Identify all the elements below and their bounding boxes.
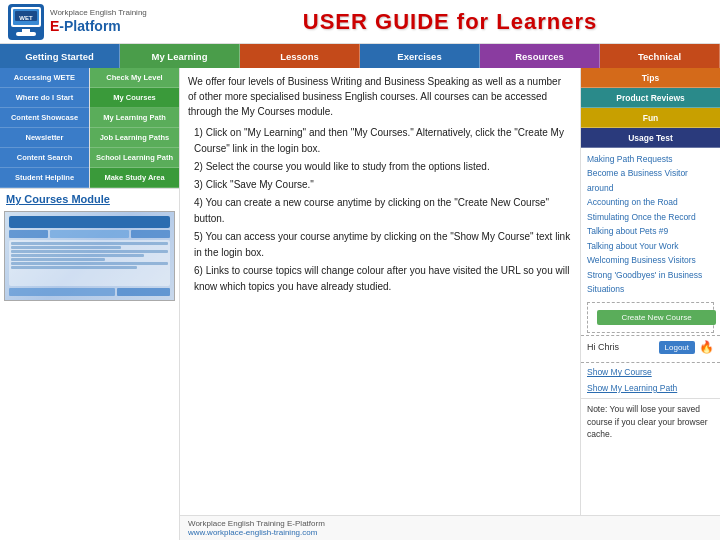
dd-make-study[interactable]: Make Study Area bbox=[90, 168, 179, 188]
nav-lessons[interactable]: Lessons bbox=[240, 44, 360, 68]
step-1: 1) Click on "My Learning" and then "My C… bbox=[192, 125, 572, 157]
nav-technical[interactable]: Technical bbox=[600, 44, 720, 68]
content-area: We offer four levels of Business Writing… bbox=[180, 68, 720, 515]
page-title: USER GUIDE for Learners bbox=[188, 9, 712, 35]
my-learning-col: Check My Level My Courses My Learning Pa… bbox=[90, 68, 179, 188]
footer-line1: Workplace English Training E-Platform bbox=[188, 519, 325, 528]
ss-line-1 bbox=[11, 242, 168, 245]
sidebar-article-links: Making Path Requests Become a Business V… bbox=[581, 148, 720, 300]
header: WET Workplace English Training E-Platfor… bbox=[0, 0, 720, 44]
dd-check-level[interactable]: Check My Level bbox=[90, 68, 179, 88]
logo-bottom-text: E-Platform bbox=[50, 18, 147, 35]
step-5-text: You can access your course anytime by cl… bbox=[194, 231, 570, 258]
left-panel: Accessing WETE Where do I Start Content … bbox=[0, 68, 180, 540]
screenshot-content bbox=[5, 212, 174, 300]
svg-rect-5 bbox=[22, 29, 30, 32]
link-making-path[interactable]: Making Path Requests bbox=[587, 152, 714, 166]
logo-top-text: Workplace English Training bbox=[50, 8, 147, 18]
ss-col-2 bbox=[50, 230, 129, 238]
show-learning-path-link[interactable]: Show My Learning Path bbox=[587, 381, 714, 396]
step-3-num: 3) bbox=[194, 179, 206, 190]
sidebar-fun[interactable]: Fun bbox=[581, 108, 720, 128]
ss-line-6 bbox=[11, 262, 168, 265]
link-stimulating[interactable]: Stimulating Once the Record bbox=[587, 210, 714, 224]
hi-chris-label: Hi Chris bbox=[587, 342, 619, 352]
right-sidebar: Tips Product Reviews Fun Usage Test Maki… bbox=[580, 68, 720, 515]
svg-rect-6 bbox=[16, 32, 36, 36]
module-title[interactable]: My Courses Module bbox=[0, 189, 179, 207]
link-talking-pets[interactable]: Talking about Pets #9 bbox=[587, 224, 714, 238]
step-6: 6) Links to course topics will change co… bbox=[192, 263, 572, 295]
sidebar-action-links: Show My Course Show My Learning Path bbox=[581, 362, 720, 398]
create-new-course-button[interactable]: Create New Course bbox=[597, 310, 716, 325]
footer: Workplace English Training E-Platform ww… bbox=[180, 515, 720, 540]
step-2-text: Select the course you would like to stud… bbox=[206, 161, 490, 172]
create-course-container: Create New Course bbox=[587, 302, 714, 333]
dd-job-learning[interactable]: Job Learning Paths bbox=[90, 128, 179, 148]
ss-col-4 bbox=[9, 288, 115, 296]
dd-my-courses[interactable]: My Courses bbox=[90, 88, 179, 108]
step-1-num: 1) bbox=[194, 127, 206, 138]
step-5-num: 5) bbox=[194, 231, 206, 242]
getting-started-col: Accessing WETE Where do I Start Content … bbox=[0, 68, 90, 188]
hi-chris-row: Hi Chris Logout 🔥 bbox=[587, 340, 714, 354]
dd-content-showcase[interactable]: Content Showcase bbox=[0, 108, 89, 128]
link-accounting[interactable]: Accounting on the Road bbox=[587, 195, 714, 209]
steps-list: 1) Click on "My Learning" and then "My C… bbox=[188, 125, 572, 295]
link-goodbyes[interactable]: Strong 'Goodbyes' in Business Situations bbox=[587, 268, 714, 297]
dd-my-learning-path[interactable]: My Learning Path bbox=[90, 108, 179, 128]
nav-getting-started[interactable]: Getting Started bbox=[0, 44, 120, 68]
sidebar-menu: Tips Product Reviews Fun Usage Test bbox=[581, 68, 720, 148]
sidebar-product-reviews[interactable]: Product Reviews bbox=[581, 88, 720, 108]
link-business-visitor[interactable]: Become a Business Visitor around bbox=[587, 166, 714, 195]
note-box: Note: You will lose your saved course if… bbox=[581, 398, 720, 445]
dropdown-grid: Accessing WETE Where do I Start Content … bbox=[0, 68, 179, 189]
ss-header-bar bbox=[9, 216, 170, 228]
hi-chris-section: Hi Chris Logout 🔥 bbox=[581, 335, 720, 362]
step-4-num: 4) bbox=[194, 197, 206, 208]
main-area: Accessing WETE Where do I Start Content … bbox=[0, 68, 720, 540]
step-1-text: Click on "My Learning" and then "My Cour… bbox=[194, 127, 564, 154]
main-content: We offer four levels of Business Writing… bbox=[180, 68, 580, 515]
ss-col-3 bbox=[131, 230, 170, 238]
link-welcoming[interactable]: Welcoming Business Visitors bbox=[587, 253, 714, 267]
step-3-text: Click "Save My Course." bbox=[206, 179, 314, 190]
nav-exercises[interactable]: Exercises bbox=[360, 44, 480, 68]
step-4-text: You can create a new course anytime by c… bbox=[194, 197, 549, 224]
ss-line-7 bbox=[11, 266, 137, 269]
link-talking-work[interactable]: Talking about Your Work bbox=[587, 239, 714, 253]
sidebar-usage-test[interactable]: Usage Test bbox=[581, 128, 720, 148]
ss-line-4 bbox=[11, 254, 144, 257]
center-panel: We offer four levels of Business Writing… bbox=[180, 68, 720, 540]
dd-school-path[interactable]: School Learning Path bbox=[90, 148, 179, 168]
nav-bar: Getting Started My Learning Lessons Exer… bbox=[0, 44, 720, 68]
ss-line-3 bbox=[11, 250, 168, 253]
ss-col-5 bbox=[117, 288, 170, 296]
show-my-course-link[interactable]: Show My Course bbox=[587, 365, 714, 380]
dd-accessing-wete[interactable]: Accessing WETE bbox=[0, 68, 89, 88]
step-6-text: Links to course topics will change colou… bbox=[194, 265, 569, 292]
svg-text:WET: WET bbox=[19, 15, 33, 21]
ss-row-1 bbox=[9, 230, 170, 238]
ss-body bbox=[9, 240, 170, 286]
dd-newsletter[interactable]: Newsletter bbox=[0, 128, 89, 148]
ss-line-5 bbox=[11, 258, 105, 261]
ss-line-2 bbox=[11, 246, 121, 249]
ss-col-1 bbox=[9, 230, 48, 238]
step-3: 3) Click "Save My Course." bbox=[192, 177, 572, 193]
footer-link[interactable]: www.workplace-english-training.com bbox=[188, 528, 317, 537]
nav-resources[interactable]: Resources bbox=[480, 44, 600, 68]
logout-button[interactable]: Logout bbox=[659, 341, 695, 354]
step-4: 4) You can create a new course anytime b… bbox=[192, 195, 572, 227]
step-6-num: 6) bbox=[194, 265, 206, 276]
step-5: 5) You can access your course anytime by… bbox=[192, 229, 572, 261]
sidebar-tips[interactable]: Tips bbox=[581, 68, 720, 88]
dd-where-start[interactable]: Where do I Start bbox=[0, 88, 89, 108]
logo-text: Workplace English Training E-Platform bbox=[50, 8, 147, 34]
screenshot-thumbnail bbox=[4, 211, 175, 301]
nav-my-learning[interactable]: My Learning bbox=[120, 44, 240, 68]
logo-icon: WET bbox=[8, 4, 44, 40]
dd-student-helpline[interactable]: Student Helpline bbox=[0, 168, 89, 188]
logo-area: WET Workplace English Training E-Platfor… bbox=[8, 4, 188, 40]
dd-content-search[interactable]: Content Search bbox=[0, 148, 89, 168]
